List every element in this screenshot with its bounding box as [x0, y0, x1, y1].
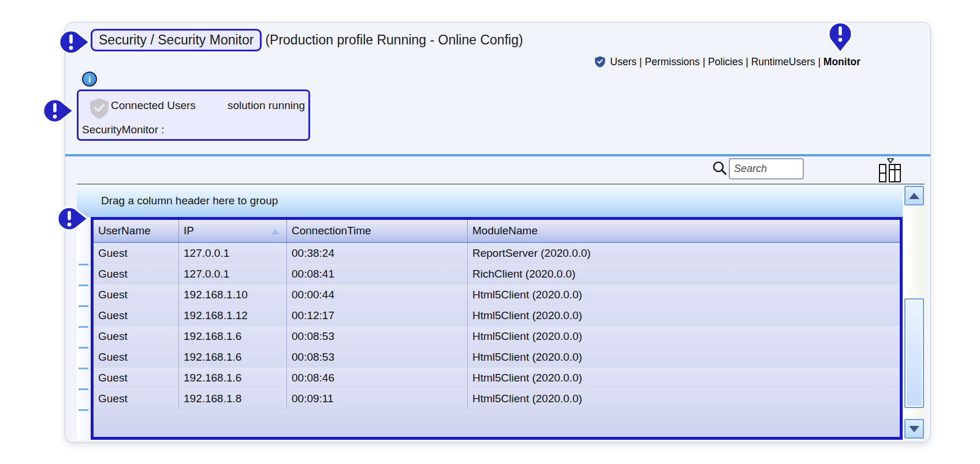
column-header-ip[interactable]: IP: [179, 220, 287, 242]
annotation-exclamation-pin-title: [57, 28, 91, 57]
cell-modulename: ReportServer (2020.0.0): [468, 243, 900, 264]
cell-username: Guest: [94, 264, 179, 285]
cell-connectiontime: 00:38:24: [287, 243, 468, 264]
divider-line: [65, 154, 930, 156]
cell-modulename: RichClient (2020.0.0): [468, 264, 900, 285]
cell-ip: 192.168.1.10: [179, 285, 287, 305]
nav-tabs: Users | Permissions | Policies | Runtime…: [594, 55, 860, 69]
cell-username: Guest: [94, 347, 179, 368]
shield-check-gray-icon: [88, 96, 111, 121]
shield-check-icon: [594, 55, 606, 69]
page-title-row: Security / Security Monitor (Production …: [91, 29, 523, 51]
cell-connectiontime: 00:08:46: [287, 368, 468, 388]
table-row[interactable]: Guest192.168.1.800:09:11Html5Client (202…: [94, 388, 900, 409]
row-separator-dash: [79, 347, 88, 349]
nav-item-permissions[interactable]: Permissions: [645, 56, 700, 68]
cell-ip: 192.168.1.6: [179, 347, 287, 368]
cell-ip: 192.168.1.6: [179, 326, 287, 347]
table-row[interactable]: Guest192.168.1.600:08:53Html5Client (202…: [94, 326, 900, 347]
table-row[interactable]: Guest192.168.1.600:08:53Html5Client (202…: [94, 347, 900, 368]
screen: Security / Security Monitor (Production …: [0, 0, 980, 464]
nav-item-runtimeusers[interactable]: RuntimeUsers: [751, 56, 815, 68]
row-separator-dash: [79, 326, 88, 328]
column-chooser-icon: [877, 156, 903, 184]
cell-modulename: Html5Client (2020.0.0): [468, 285, 900, 305]
cell-connectiontime: 00:08:41: [287, 264, 468, 285]
cell-ip: 192.168.1.12: [179, 305, 287, 326]
nav-separator: |: [815, 56, 824, 68]
connected-users-label: Connected Users: [111, 99, 196, 112]
cell-ip: 192.168.1.6: [179, 368, 287, 388]
search-icon: [711, 160, 728, 176]
scrollbar-thumb[interactable]: [904, 298, 924, 408]
row-separator-dash: [79, 409, 88, 411]
scroll-down-icon: [909, 426, 919, 432]
cell-connectiontime: 00:09:11: [287, 388, 468, 409]
cell-connectiontime: 00:08:53: [287, 326, 468, 347]
row-separator-dash: [79, 305, 88, 307]
cell-username: Guest: [94, 368, 179, 388]
scroll-down-button[interactable]: [904, 419, 924, 439]
annotation-exclamation-pin-grid: [55, 204, 90, 233]
cell-ip: 127.0.0.1: [179, 264, 287, 285]
column-header-username[interactable]: UserName: [94, 220, 179, 242]
cell-username: Guest: [94, 388, 179, 409]
cell-modulename: Html5Client (2020.0.0): [468, 326, 900, 347]
annotation-exclamation-pin-connected-users: [40, 96, 75, 125]
row-indicator-column: [77, 217, 91, 440]
row-separator-dash: [79, 368, 88, 369]
vertical-scrollbar[interactable]: [904, 185, 925, 440]
nav-separator: |: [636, 56, 644, 68]
sort-ascending-icon: [271, 229, 280, 234]
connected-users-table: UserNameIPConnectionTimeModuleName Guest…: [91, 217, 903, 440]
annotation-exclamation-pin-monitor: [826, 20, 855, 54]
cell-connectiontime: 00:08:53: [287, 347, 468, 368]
column-header-label: ConnectionTime: [292, 224, 371, 237]
solution-running-label: solution running: [228, 99, 305, 112]
column-chooser-button[interactable]: [877, 156, 903, 184]
cell-modulename: Html5Client (2020.0.0): [468, 368, 900, 388]
cell-ip: 127.0.0.1: [179, 243, 287, 264]
nav-separator: |: [700, 56, 708, 68]
cell-connectiontime: 00:12:17: [287, 305, 468, 326]
search-input[interactable]: [729, 158, 804, 179]
row-separator-dash: [79, 285, 88, 286]
table-row[interactable]: Guest192.168.1.1200:12:17Html5Client (20…: [94, 305, 900, 326]
nav-item-policies[interactable]: Policies: [708, 56, 743, 68]
column-header-connectiontime[interactable]: ConnectionTime: [287, 220, 468, 242]
nav-separator: |: [743, 56, 751, 68]
table-row[interactable]: Guest127.0.0.100:38:24ReportServer (2020…: [94, 243, 900, 264]
column-header-label: IP: [184, 224, 194, 237]
profile-status-text: (Production profile Running - Online Con…: [265, 32, 523, 48]
grid-header-row: UserNameIPConnectionTimeModuleName: [94, 220, 900, 243]
breadcrumb-title: Security / Security Monitor: [91, 29, 262, 51]
cell-username: Guest: [94, 243, 179, 264]
scroll-up-button[interactable]: [904, 186, 924, 205]
grid-rows: Guest127.0.0.100:38:24ReportServer (2020…: [94, 243, 900, 409]
cell-modulename: Html5Client (2020.0.0): [468, 305, 900, 326]
column-header-label: UserName: [98, 224, 151, 237]
group-by-hint: Drag a column header here to group: [101, 194, 278, 207]
column-header-label: ModuleName: [472, 224, 538, 237]
info-icon[interactable]: i: [82, 72, 97, 87]
connected-users-box: Connected Users solution running Securit…: [77, 89, 310, 141]
group-by-band[interactable]: Drag a column header here to group: [77, 185, 903, 217]
cell-username: Guest: [94, 285, 179, 305]
cell-connectiontime: 00:00:44: [287, 285, 468, 305]
nav-item-monitor[interactable]: Monitor: [824, 56, 860, 68]
column-header-modulename[interactable]: ModuleName: [468, 220, 900, 242]
scroll-up-icon: [909, 193, 919, 199]
nav-item-users[interactable]: Users: [610, 56, 637, 68]
cell-username: Guest: [94, 305, 179, 326]
cell-username: Guest: [94, 326, 179, 347]
cell-modulename: Html5Client (2020.0.0): [468, 347, 900, 368]
table-row[interactable]: Guest127.0.0.100:08:41RichClient (2020.0…: [94, 264, 900, 285]
row-separator-dash: [79, 264, 88, 265]
security-monitor-label: SecurityMonitor :: [82, 124, 165, 136]
row-separator-dash: [79, 388, 88, 390]
cell-ip: 192.168.1.8: [179, 388, 287, 409]
cell-modulename: Html5Client (2020.0.0): [468, 388, 900, 409]
table-row[interactable]: Guest192.168.1.600:08:46Html5Client (202…: [94, 368, 900, 388]
grid-empty-area: [94, 409, 900, 437]
table-row[interactable]: Guest192.168.1.1000:00:44Html5Client (20…: [94, 285, 900, 305]
